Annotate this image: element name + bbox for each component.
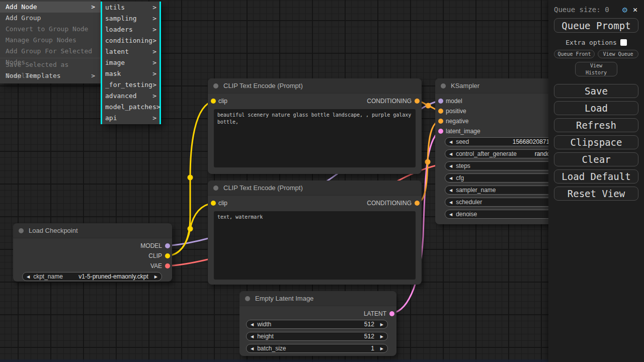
menu-item-node-templates[interactable]: Node Templates > <box>0 70 101 81</box>
close-icon[interactable]: ✕ <box>633 5 637 14</box>
input-port-model[interactable] <box>438 99 443 104</box>
input-port-clip[interactable] <box>211 99 216 104</box>
submenu-arrow-icon: > <box>152 35 156 46</box>
input-port-negative[interactable] <box>438 119 443 124</box>
load-default-button[interactable]: Load Default <box>554 169 638 184</box>
node-title-bar[interactable]: CLIP Text Encode (Prompt) <box>208 180 422 196</box>
node-collapse-dot[interactable] <box>19 228 24 233</box>
node-collapse-dot[interactable] <box>213 83 218 88</box>
comfy-menu-panel: Queue size: 0 ⚙ ✕ Queue Prompt Extra opt… <box>548 0 644 362</box>
node-title-bar[interactable]: Empty Latent Image <box>239 291 396 306</box>
widget-arrow-right-icon[interactable]: ▶ <box>380 346 383 351</box>
submenu-item-advanced[interactable]: advanced > <box>102 90 159 102</box>
node-title-bar[interactable]: Load Checkpoint <box>13 223 172 238</box>
submenu-item-sampling[interactable]: sampling > <box>102 13 159 24</box>
widget-height[interactable]: ◀ height 512 ▶ <box>246 332 388 341</box>
output-port-clip[interactable] <box>165 253 170 258</box>
output-port-conditioning[interactable] <box>415 201 420 206</box>
submenu-item-utils[interactable]: utils > <box>102 2 159 13</box>
output-port-conditioning[interactable] <box>415 99 420 104</box>
submenu-item-image[interactable]: image > <box>102 57 159 68</box>
input-port-clip[interactable] <box>211 201 216 206</box>
widget-arrow-right-icon[interactable]: ▶ <box>154 275 157 279</box>
input-port-positive[interactable] <box>438 109 443 114</box>
input-label: clip <box>218 200 227 207</box>
menu-item-save-selected-as-template: Save Selected as Template <box>0 59 101 70</box>
view-history-button[interactable]: View History <box>575 62 617 76</box>
save-button[interactable]: Save <box>554 84 638 98</box>
queue-size-label: Queue size: 0 <box>554 6 609 14</box>
clear-button[interactable]: Clear <box>554 152 638 166</box>
add-node-submenu: utils > sampling > loaders > conditionin… <box>101 2 161 124</box>
submenu-arrow-icon: > <box>152 68 156 79</box>
submenu-arrow-icon: > <box>152 113 156 124</box>
submenu-item-mask[interactable]: mask > <box>102 68 159 79</box>
node-title: Load Checkpoint <box>29 227 78 234</box>
input-label: latent_image <box>446 128 480 135</box>
view-queue-button[interactable]: View Queue <box>598 50 638 58</box>
widget-arrow-left-icon[interactable]: ◀ <box>449 176 452 180</box>
widget-arrow-left-icon[interactable]: ◀ <box>449 200 452 205</box>
node-collapse-dot[interactable] <box>245 296 250 301</box>
queue-front-button[interactable]: Queue Front <box>554 50 595 58</box>
input-label: clip <box>218 98 227 105</box>
node-title: Empty Latent Image <box>255 295 313 302</box>
output-label: VAE <box>150 262 162 269</box>
output-port-model[interactable] <box>165 243 170 248</box>
widget-arrow-left-icon[interactable]: ◀ <box>251 322 254 327</box>
submenu-arrow-icon: > <box>152 13 156 24</box>
widget-arrow-left-icon[interactable]: ◀ <box>449 164 452 168</box>
node-collapse-dot[interactable] <box>213 186 218 191</box>
menu-item-manage-group-nodes: Manage Group Nodes <box>0 35 101 46</box>
widget-width[interactable]: ◀ width 512 ▶ <box>246 320 388 329</box>
widget-arrow-left-icon[interactable]: ◀ <box>449 188 452 193</box>
widget-arrow-right-icon[interactable]: ▶ <box>380 322 383 327</box>
node-load-checkpoint: Load Checkpoint MODEL CLIP VAE ◀ ckpt_na… <box>13 223 172 282</box>
output-port-vae[interactable] <box>165 263 170 268</box>
widget-arrow-left-icon[interactable]: ◀ <box>27 275 30 279</box>
input-label: model <box>446 98 462 105</box>
submenu-arrow-icon: > <box>152 46 156 57</box>
reset-view-button[interactable]: Reset View <box>554 187 638 201</box>
clipspace-button[interactable]: Clipspace <box>554 135 638 149</box>
widget-ckpt-name[interactable]: ◀ ckpt_name v1-5-pruned-emaonly.ckpt ▶ <box>22 272 162 281</box>
settings-gear-icon[interactable]: ⚙ <box>622 6 627 14</box>
queue-prompt-button[interactable]: Queue Prompt <box>554 18 638 33</box>
widget-arrow-left-icon[interactable]: ◀ <box>251 334 254 339</box>
widget-arrow-left-icon[interactable]: ◀ <box>449 212 452 217</box>
extra-options-checkbox[interactable] <box>620 39 627 46</box>
prompt-textarea[interactable]: text, watermark <box>214 211 416 280</box>
output-port-latent[interactable] <box>389 311 394 316</box>
submenu-arrow-icon: > <box>152 79 156 90</box>
node-empty-latent-image: Empty Latent Image LATENT ◀ width 512 ▶ … <box>239 291 396 356</box>
widget-batch-size[interactable]: ◀ batch_size 1 ▶ <box>246 344 388 353</box>
submenu-arrow-icon: > <box>152 2 156 13</box>
widget-arrow-right-icon[interactable]: ▶ <box>380 334 383 339</box>
submenu-item-loaders[interactable]: loaders > <box>102 24 159 35</box>
submenu-item-latent[interactable]: latent > <box>102 46 159 57</box>
submenu-item-api[interactable]: api > <box>102 113 159 124</box>
submenu-arrow-icon: > <box>156 102 160 113</box>
node-title: CLIP Text Encode (Prompt) <box>223 184 303 192</box>
prompt-textarea[interactable]: beautiful scenery nature glass bottle la… <box>214 109 416 167</box>
node-title-bar[interactable]: CLIP Text Encode (Prompt) <box>208 78 422 94</box>
menu-item-add-group[interactable]: Add Group <box>0 13 101 24</box>
widget-arrow-left-icon[interactable]: ◀ <box>449 152 452 156</box>
node-title: CLIP Text Encode (Prompt) <box>223 82 303 89</box>
extra-options-label: Extra options <box>566 39 617 46</box>
input-port-latent-image[interactable] <box>438 129 443 134</box>
widget-arrow-left-icon[interactable]: ◀ <box>251 346 254 351</box>
refresh-button[interactable]: Refresh <box>554 118 638 132</box>
node-collapse-dot[interactable] <box>441 83 446 88</box>
node-clip-text-encode-2: CLIP Text Encode (Prompt) clip CONDITION… <box>208 180 422 285</box>
widget-arrow-left-icon[interactable]: ◀ <box>449 140 452 144</box>
submenu-arrow-icon: > <box>91 2 95 13</box>
submenu-arrow-icon: > <box>152 24 156 35</box>
submenu-arrow-icon: > <box>152 90 156 102</box>
menu-item-add-node[interactable]: Add Node > <box>0 2 101 13</box>
submenu-item-model-patches[interactable]: model_patches > <box>102 102 159 113</box>
submenu-item-for-testing[interactable]: _for_testing > <box>102 79 159 90</box>
input-label: negative <box>446 118 468 125</box>
submenu-item-conditioning[interactable]: conditioning > <box>102 35 159 46</box>
load-button[interactable]: Load <box>554 101 638 115</box>
